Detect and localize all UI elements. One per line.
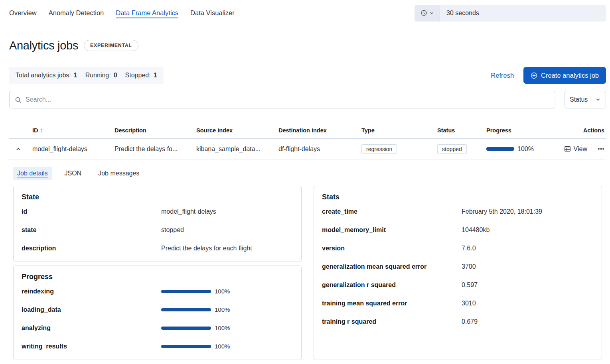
header-progress[interactable]: Progress <box>486 127 555 134</box>
state-panel-title: State <box>22 193 293 201</box>
table-icon <box>564 146 571 152</box>
tab-job-messages[interactable]: Job messages <box>94 167 143 180</box>
generalization-r-squared-value: 0.597 <box>462 280 594 290</box>
reindexing-label: reindexing <box>22 287 161 296</box>
state-id-value: model_flight-delays <box>161 207 293 216</box>
training-mse-label: training mean squared error <box>322 299 462 308</box>
summary-row: Total analytics jobs: 1 Running: 0 Stopp… <box>9 66 606 85</box>
table-header-row: ID↑ Description Source index Destination… <box>9 122 606 139</box>
search-box <box>9 91 555 108</box>
search-input[interactable] <box>26 96 550 103</box>
stats-row-model-memory-limit: model_memory_limit 104480kb <box>322 221 594 239</box>
cell-job-id: model_flight-delays <box>32 146 114 153</box>
chevron-down-icon <box>595 97 601 102</box>
create-analytics-job-button[interactable]: Create analytics job <box>523 67 606 84</box>
tab-data-visualizer[interactable]: Data Visualizer <box>190 9 235 17</box>
analyzing-label: analyzing <box>22 323 161 333</box>
status-filter-label: Status <box>570 96 588 103</box>
header-type[interactable]: Type <box>361 127 437 134</box>
cell-description: Predict the delays fo... <box>114 146 196 153</box>
progress-row-analyzing: analyzing 100% <box>22 319 293 337</box>
all-actions-button[interactable] <box>598 146 604 152</box>
state-row-description: description Predict the delays for each … <box>22 239 293 258</box>
state-panel: State id model_flight-delays state stopp… <box>13 186 302 262</box>
sort-ascending-icon: ↑ <box>40 127 43 134</box>
model-memory-limit-value: 104480kb <box>462 225 594 235</box>
ml-nav-tabs: Overview Anomaly Detection Data Frame An… <box>9 9 235 17</box>
state-row-id: id model_flight-delays <box>22 203 293 221</box>
model-memory-limit-label: model_memory_limit <box>322 225 462 235</box>
total-jobs-stat: Total analytics jobs: 1 <box>16 72 77 79</box>
type-badge: regression <box>361 144 397 154</box>
state-id-label: id <box>22 207 161 216</box>
view-job-button[interactable]: View <box>564 146 587 153</box>
analyzing-progress-bar <box>161 327 211 330</box>
loading-data-progress-bar <box>161 308 211 311</box>
table-row: model_flight-delays Predict the delays f… <box>9 139 606 159</box>
generalization-mse-value: 3700 <box>462 262 594 272</box>
cell-progress: 100% <box>486 146 555 153</box>
tab-overview[interactable]: Overview <box>9 9 37 17</box>
tab-data-frame-analytics[interactable]: Data Frame Analytics <box>116 9 178 17</box>
stats-row-generalization-mse: generalization mean squared error 3700 <box>322 258 594 276</box>
training-mse-value: 3010 <box>462 299 594 308</box>
create-time-value: February 5th 2020, 18:01:39 <box>462 207 594 216</box>
state-description-value: Predict the delays for each flight <box>161 244 293 253</box>
progress-row-reindexing: reindexing 100% <box>22 282 293 301</box>
chevron-up-icon <box>15 146 22 152</box>
tab-job-details[interactable]: Job details <box>13 167 52 180</box>
total-jobs-value: 1 <box>74 72 77 79</box>
stats-row-create-time: create_time February 5th 2020, 18:01:39 <box>322 203 594 221</box>
stopped-jobs-stat: Stopped: 1 <box>125 72 157 79</box>
loading-data-label: loading_data <box>22 305 161 315</box>
create-time-label: create_time <box>322 207 462 216</box>
progress-row-loading-data: loading_data 100% <box>22 301 293 319</box>
search-icon <box>15 96 22 103</box>
training-r-squared-value: 0.679 <box>462 317 594 327</box>
analytics-jobs-table: ID↑ Description Source index Destination… <box>9 122 606 159</box>
state-row-state: state stopped <box>22 221 293 239</box>
version-value: 7.6.0 <box>462 244 594 253</box>
stats-row-training-mse: training mean squared error 3010 <box>322 294 594 313</box>
header-status[interactable]: Status <box>437 127 486 134</box>
stats-row-version: version 7.6.0 <box>322 239 594 258</box>
reindexing-progress-value: 100% <box>215 287 230 296</box>
state-state-value: stopped <box>161 225 293 235</box>
reindexing-progress-bar <box>161 290 211 293</box>
page-header: Analytics jobs EXPERIMENTAL <box>9 35 606 56</box>
header-description[interactable]: Description <box>114 127 196 134</box>
cell-status: stopped <box>437 144 486 154</box>
cell-destination-index: df-flight-delays <box>278 146 361 153</box>
jobs-summary-strip: Total analytics jobs: 1 Running: 0 Stopp… <box>9 67 164 84</box>
header-actions: Refresh Create analytics job <box>491 67 606 84</box>
collapse-row-button[interactable] <box>15 146 22 152</box>
running-jobs-value: 0 <box>114 72 117 79</box>
total-jobs-label: Total analytics jobs: <box>16 72 71 79</box>
view-label: View <box>574 146 587 153</box>
stats-panel: Stats create_time February 5th 2020, 18:… <box>314 186 602 360</box>
writing-results-label: writing_results <box>22 342 161 351</box>
cell-actions: View <box>555 146 606 153</box>
refresh-button[interactable]: Refresh <box>491 72 514 79</box>
status-badge: stopped <box>437 144 467 154</box>
status-filter-dropdown[interactable]: Status <box>565 91 606 108</box>
stats-panel-title: Stats <box>322 193 594 201</box>
generalization-mse-label: generalization mean squared error <box>322 262 462 272</box>
create-analytics-job-label: Create analytics job <box>541 72 599 79</box>
header-source-index[interactable]: Source index <box>196 127 278 134</box>
header-actions: Actions <box>555 127 606 134</box>
refresh-interval-settings-button[interactable] <box>415 5 440 22</box>
page-title: Analytics jobs <box>9 39 78 52</box>
header-id[interactable]: ID↑ <box>32 127 114 134</box>
running-jobs-stat: Running: 0 <box>85 72 117 79</box>
clock-icon <box>420 10 427 16</box>
ellipsis-icon <box>598 146 604 152</box>
left-panel-column: State id model_flight-delays state stopp… <box>13 186 302 360</box>
tab-anomaly-detection[interactable]: Anomaly Detection <box>49 9 104 17</box>
plus-in-circle-icon <box>531 72 537 79</box>
training-r-squared-label: training r squared <box>322 317 462 327</box>
tab-json[interactable]: JSON <box>61 167 86 180</box>
refresh-interval-value[interactable]: 30 seconds <box>440 5 606 22</box>
stats-row-training-r-squared: training r squared 0.679 <box>322 313 594 331</box>
header-destination-index[interactable]: Destination index <box>278 127 361 134</box>
